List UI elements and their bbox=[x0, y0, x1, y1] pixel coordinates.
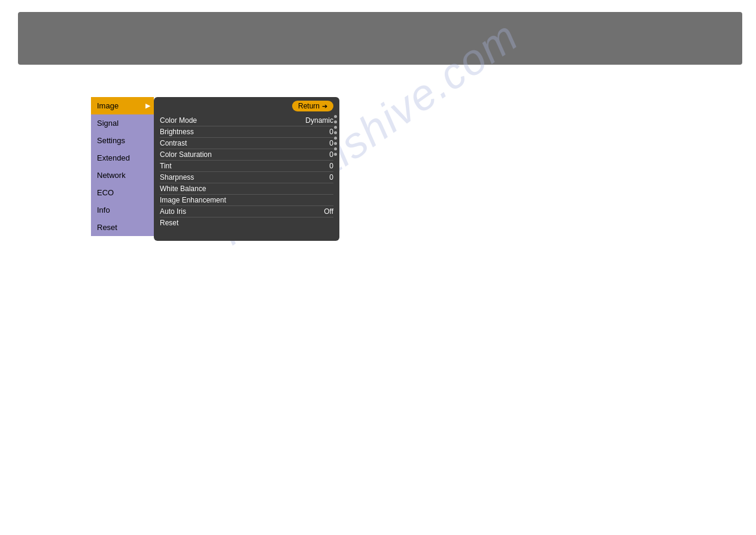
menu-row-value: 0 bbox=[329, 173, 333, 182]
menu-row-label: Sharpness bbox=[160, 173, 194, 182]
menu-row[interactable]: Color Saturation0 bbox=[160, 149, 333, 161]
menu-row-value: Dynamic bbox=[305, 116, 333, 125]
return-label: Return bbox=[298, 102, 320, 110]
sidebar-item-reset[interactable]: Reset bbox=[91, 219, 154, 236]
sidebar-item-label: Network bbox=[97, 171, 126, 180]
menu-row[interactable]: Auto IrisOff bbox=[160, 206, 333, 217]
menu-row-label: Reset bbox=[160, 219, 178, 227]
sidebar-item-eco[interactable]: ECO bbox=[91, 184, 154, 201]
menu-row[interactable]: Color ModeDynamic bbox=[160, 115, 333, 126]
menu-row-label: Contrast bbox=[160, 139, 187, 147]
menu-row[interactable]: Image Enhancement bbox=[160, 195, 333, 206]
sidebar-item-label: Info bbox=[97, 205, 110, 214]
scroll-dot bbox=[334, 131, 337, 134]
sidebar-item-label: Signal bbox=[97, 119, 119, 128]
sidebar-item-label: Extended bbox=[97, 153, 130, 162]
return-button[interactable]: Return ➔ bbox=[292, 101, 333, 111]
scroll-dot bbox=[334, 147, 337, 150]
menu-row-label: Image Enhancement bbox=[160, 196, 226, 204]
menu-row-value: 0 bbox=[329, 139, 333, 147]
sidebar-item-label: Image bbox=[97, 101, 119, 110]
scroll-dot bbox=[334, 115, 337, 118]
sidebar-item-info[interactable]: Info bbox=[91, 201, 154, 219]
scroll-dot bbox=[334, 120, 337, 123]
menu-row-label: Tint bbox=[160, 162, 172, 170]
menu-row-value: 0 bbox=[329, 162, 333, 170]
sidebar-item-extended[interactable]: Extended bbox=[91, 149, 154, 167]
top-bar bbox=[18, 12, 742, 65]
menu-row[interactable]: Tint0 bbox=[160, 161, 333, 172]
scroll-indicator bbox=[334, 115, 337, 223]
sidebar-item-label: Reset bbox=[97, 223, 117, 232]
menu-row[interactable]: Brightness0 bbox=[160, 126, 333, 138]
menu-row-value: 0 bbox=[329, 150, 333, 159]
sidebar-item-settings[interactable]: Settings bbox=[91, 132, 154, 149]
menu-row[interactable]: Contrast0 bbox=[160, 138, 333, 149]
scroll-dot bbox=[334, 153, 337, 156]
menu-row-label: Color Mode bbox=[160, 116, 197, 125]
menu-row-label: Auto Iris bbox=[160, 207, 186, 216]
scroll-dot bbox=[334, 137, 337, 140]
menu-row[interactable]: White Balance bbox=[160, 183, 333, 195]
menu-row-value: Off bbox=[324, 207, 333, 216]
scroll-dot bbox=[334, 142, 337, 145]
menu-row-label: Color Saturation bbox=[160, 150, 212, 159]
menu-row[interactable]: Reset bbox=[160, 217, 333, 228]
menu-row-label: White Balance bbox=[160, 185, 206, 193]
right-panel: Return ➔ Color ModeDynamicBrightness0Con… bbox=[154, 97, 339, 241]
sidebar-item-network[interactable]: Network bbox=[91, 167, 154, 184]
sidebar-item-image[interactable]: Image▶ bbox=[91, 97, 154, 114]
sidebar-item-signal[interactable]: Signal bbox=[91, 114, 154, 132]
menu-row[interactable]: Sharpness0 bbox=[160, 172, 333, 183]
sidebar-arrow-icon: ▶ bbox=[145, 102, 150, 110]
menu-row-label: Brightness bbox=[160, 128, 194, 136]
scroll-dot bbox=[334, 126, 337, 129]
menu-container: Image▶SignalSettingsExtendedNetworkECOIn… bbox=[91, 97, 339, 241]
menu-items: Color ModeDynamicBrightness0Contrast0Col… bbox=[154, 115, 339, 234]
menu-row-value: 0 bbox=[329, 128, 333, 136]
sidebar-item-label: ECO bbox=[97, 188, 114, 197]
sidebar-item-label: Settings bbox=[97, 136, 125, 145]
return-arrow-icon: ➔ bbox=[322, 102, 327, 110]
sidebar: Image▶SignalSettingsExtendedNetworkECOIn… bbox=[91, 97, 154, 241]
return-bar: Return ➔ bbox=[154, 97, 339, 115]
